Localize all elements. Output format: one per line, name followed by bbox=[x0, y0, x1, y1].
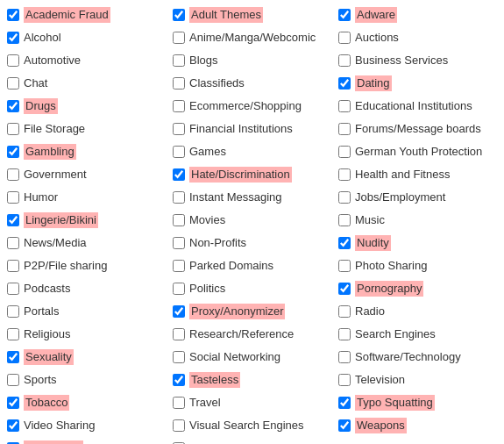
category-label: Typo Squatting bbox=[355, 395, 435, 412]
category-checkbox[interactable] bbox=[7, 351, 19, 363]
category-checkbox[interactable] bbox=[7, 328, 19, 340]
category-checkbox[interactable] bbox=[173, 351, 185, 363]
category-label: Adult Themes bbox=[189, 7, 263, 24]
category-checkbox[interactable] bbox=[7, 191, 19, 204]
category-checkbox[interactable] bbox=[173, 328, 185, 340]
category-checkbox[interactable] bbox=[338, 214, 351, 226]
category-checkbox[interactable] bbox=[173, 77, 185, 90]
list-item: Drugs bbox=[4, 95, 169, 118]
list-item: Podcasts bbox=[4, 277, 169, 300]
category-checkbox[interactable] bbox=[7, 374, 19, 386]
list-item: Non-Profits bbox=[169, 232, 335, 254]
category-label: Portals bbox=[24, 304, 59, 319]
category-checkbox[interactable] bbox=[338, 123, 351, 135]
category-label: Sexuality bbox=[24, 349, 74, 366]
category-label: Nudity bbox=[355, 235, 391, 252]
category-checkbox[interactable] bbox=[7, 77, 19, 90]
column-1: Adult ThemesAnime/Manga/WebcomicBlogsCla… bbox=[169, 4, 335, 444]
category-checkbox[interactable] bbox=[7, 100, 19, 112]
list-item: Typo Squatting bbox=[335, 391, 500, 414]
list-item: Ecommerce/Shopping bbox=[169, 95, 335, 118]
category-checkbox[interactable] bbox=[7, 260, 19, 272]
category-checkbox[interactable] bbox=[7, 419, 19, 432]
category-grid: Academic FraudAlcoholAutomotiveChatDrugs… bbox=[0, 0, 504, 444]
list-item: Pornography bbox=[335, 277, 500, 300]
category-checkbox[interactable] bbox=[7, 123, 19, 135]
category-checkbox[interactable] bbox=[338, 260, 351, 272]
category-label: Tobacco bbox=[24, 395, 69, 412]
category-label: Webmail bbox=[189, 441, 233, 444]
category-checkbox[interactable] bbox=[173, 191, 185, 204]
category-checkbox[interactable] bbox=[173, 123, 185, 135]
list-item: Academic Fraud bbox=[4, 4, 169, 26]
category-checkbox[interactable] bbox=[7, 237, 19, 249]
category-checkbox[interactable] bbox=[7, 54, 19, 67]
category-label: Music bbox=[355, 213, 385, 228]
column-2: AdwareAuctionsBusiness ServicesDatingEdu… bbox=[335, 4, 500, 444]
category-checkbox[interactable] bbox=[7, 397, 19, 409]
category-checkbox[interactable] bbox=[7, 32, 19, 44]
category-checkbox[interactable] bbox=[7, 214, 19, 226]
list-item: Anime/Manga/Webcomic bbox=[169, 26, 335, 49]
category-label: Blogs bbox=[189, 54, 218, 68]
category-checkbox[interactable] bbox=[173, 32, 185, 44]
category-checkbox[interactable] bbox=[173, 260, 185, 272]
category-checkbox[interactable] bbox=[338, 168, 351, 181]
category-checkbox[interactable] bbox=[338, 146, 351, 158]
category-checkbox[interactable] bbox=[7, 146, 19, 158]
category-label: Drugs bbox=[24, 98, 58, 115]
list-item: Sports bbox=[4, 369, 169, 391]
category-checkbox[interactable] bbox=[7, 305, 19, 318]
list-item: Tobacco bbox=[4, 391, 169, 414]
category-label: Business Services bbox=[355, 54, 448, 68]
list-item: Religious bbox=[4, 323, 169, 346]
list-item: Photo Sharing bbox=[335, 254, 500, 277]
category-checkbox[interactable] bbox=[173, 237, 185, 249]
category-checkbox[interactable] bbox=[173, 214, 185, 226]
category-checkbox[interactable] bbox=[173, 54, 185, 67]
category-checkbox[interactable] bbox=[173, 374, 185, 386]
category-label: Television bbox=[355, 373, 405, 388]
category-checkbox[interactable] bbox=[7, 168, 19, 181]
category-label: Research/Reference bbox=[189, 327, 294, 342]
category-checkbox[interactable] bbox=[338, 305, 351, 318]
category-checkbox[interactable] bbox=[338, 397, 351, 409]
category-checkbox[interactable] bbox=[338, 283, 351, 295]
category-checkbox[interactable] bbox=[338, 32, 351, 44]
category-checkbox[interactable] bbox=[338, 77, 351, 90]
category-checkbox[interactable] bbox=[173, 100, 185, 112]
list-item: Instant Messaging bbox=[169, 186, 335, 209]
category-checkbox[interactable] bbox=[338, 237, 351, 249]
list-item: Jobs/Employment bbox=[335, 186, 500, 209]
category-checkbox[interactable] bbox=[173, 168, 185, 181]
category-label: Financial Institutions bbox=[189, 122, 293, 137]
category-checkbox[interactable] bbox=[173, 283, 185, 295]
category-checkbox[interactable] bbox=[338, 351, 351, 363]
category-checkbox[interactable] bbox=[173, 419, 185, 432]
category-checkbox[interactable] bbox=[338, 54, 351, 67]
category-checkbox[interactable] bbox=[7, 283, 19, 295]
list-item: Webmail bbox=[169, 437, 335, 444]
category-label: Politics bbox=[189, 282, 225, 297]
category-checkbox[interactable] bbox=[173, 397, 185, 409]
category-checkbox[interactable] bbox=[338, 374, 351, 386]
category-label: Academic Fraud bbox=[24, 7, 110, 24]
category-checkbox[interactable] bbox=[338, 9, 351, 21]
list-item: Financial Institutions bbox=[169, 118, 335, 140]
category-checkbox[interactable] bbox=[338, 419, 351, 432]
category-label: Weapons bbox=[355, 418, 407, 434]
list-item: Web Spam bbox=[4, 437, 169, 444]
list-item: Travel bbox=[169, 391, 335, 414]
category-checkbox[interactable] bbox=[173, 146, 185, 158]
category-checkbox[interactable] bbox=[338, 100, 351, 112]
category-checkbox[interactable] bbox=[173, 9, 185, 21]
category-checkbox[interactable] bbox=[7, 9, 19, 21]
category-label: Ecommerce/Shopping bbox=[189, 99, 302, 114]
category-checkbox[interactable] bbox=[338, 328, 351, 340]
category-label: Software/Technology bbox=[355, 350, 461, 365]
category-checkbox[interactable] bbox=[338, 191, 351, 204]
category-label: Educational Institutions bbox=[355, 99, 472, 114]
category-checkbox[interactable] bbox=[173, 305, 185, 318]
category-label: Podcasts bbox=[24, 282, 70, 297]
category-label: Movies bbox=[189, 213, 225, 228]
